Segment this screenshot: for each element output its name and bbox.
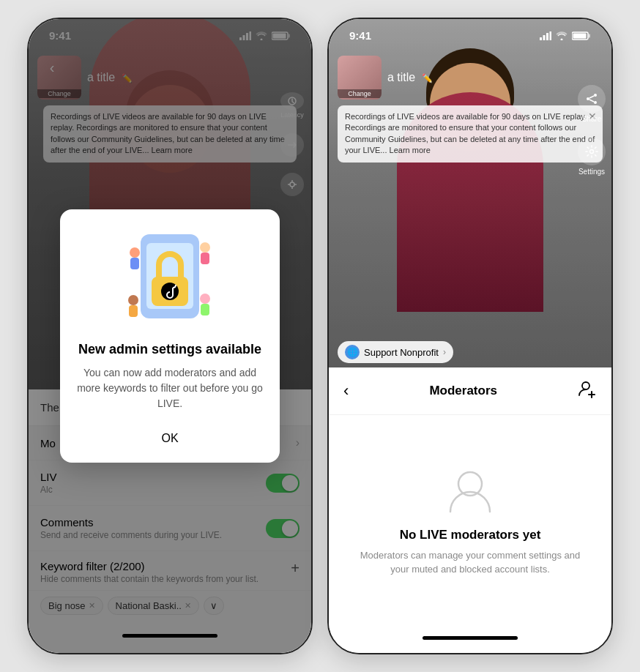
- support-chevron: ›: [443, 347, 446, 357]
- live-right-icons-right: Share Settings: [578, 85, 606, 176]
- dialog-illustration: [119, 227, 221, 329]
- support-nonprofit-badge[interactable]: 🌐 Support Nonprofit ›: [338, 341, 453, 363]
- svg-rect-30: [589, 34, 591, 37]
- screenshots-container: 9:41: [27, 18, 613, 654]
- status-bar-right: 9:41: [329, 19, 611, 42]
- settings-icon: [585, 145, 598, 158]
- dialog-ok-button[interactable]: OK: [132, 426, 207, 451]
- moderators-empty-state: No LIVE moderators yet Moderators can ma…: [329, 415, 611, 626]
- signal-icon-right: [540, 31, 551, 40]
- share-icon: [585, 92, 598, 105]
- live-video-bg-right: Change a title ✏️ Recordings of LIVE vid…: [329, 19, 611, 370]
- svg-point-19: [200, 242, 210, 253]
- moderators-back-button[interactable]: ‹: [343, 381, 349, 400]
- moderators-header: ‹ Moderators: [329, 367, 611, 415]
- svg-rect-24: [201, 304, 209, 316]
- empty-avatar-icon: [444, 465, 496, 516]
- dialog-body: You can now add moderators and add more …: [75, 365, 265, 411]
- status-icons-right: [540, 31, 591, 40]
- moderators-title: Moderators: [429, 384, 497, 398]
- phone-left: 9:41: [27, 18, 313, 654]
- dialog-title: New admin settings available: [75, 341, 265, 358]
- svg-rect-25: [540, 37, 542, 40]
- svg-point-23: [200, 294, 210, 304]
- recording-notice-right: Recordings of LIVE videos are available …: [338, 105, 603, 163]
- home-indicator-right: [423, 636, 518, 640]
- add-moderator-button[interactable]: [578, 379, 597, 403]
- svg-point-21: [128, 295, 138, 305]
- status-time-right: 9:41: [349, 29, 371, 42]
- svg-point-35: [582, 382, 589, 389]
- svg-line-33: [589, 100, 594, 102]
- svg-line-32: [589, 96, 594, 98]
- svg-rect-31: [573, 33, 587, 38]
- thumbnail-right[interactable]: Change: [338, 56, 382, 100]
- add-person-icon: [578, 379, 597, 398]
- empty-state-subtitle: Moderators can manage your comment setti…: [358, 548, 582, 577]
- live-title-right: a title: [387, 71, 415, 83]
- svg-rect-20: [201, 253, 209, 264]
- svg-rect-26: [543, 35, 546, 40]
- svg-rect-18: [130, 258, 139, 269]
- thumbnail-label-right: Change: [338, 89, 382, 98]
- admin-settings-illustration: [119, 227, 221, 329]
- svg-rect-27: [546, 33, 548, 40]
- svg-rect-22: [129, 305, 138, 317]
- battery-icon-right: [572, 31, 591, 40]
- dialog-box: New admin settings available You can now…: [60, 209, 280, 463]
- phone-right: 9:41: [327, 18, 613, 654]
- svg-rect-28: [550, 31, 552, 40]
- svg-point-17: [130, 247, 140, 258]
- live-ui-right: Change a title ✏️ Recordings of LIVE vid…: [329, 56, 611, 163]
- share-btn-right[interactable]: Share: [578, 85, 606, 123]
- moderators-screen: ‹ Moderators No LIVE moderat: [329, 367, 611, 653]
- edit-icon-right[interactable]: ✏️: [422, 73, 433, 83]
- empty-state-title: No LIVE moderators yet: [400, 528, 541, 542]
- support-globe-icon: 🌐: [345, 345, 360, 359]
- settings-btn-right[interactable]: Settings: [578, 138, 606, 176]
- wifi-icon-right: [556, 31, 568, 40]
- dialog-overlay: New admin settings available You can now…: [29, 19, 311, 653]
- svg-point-34: [590, 150, 594, 154]
